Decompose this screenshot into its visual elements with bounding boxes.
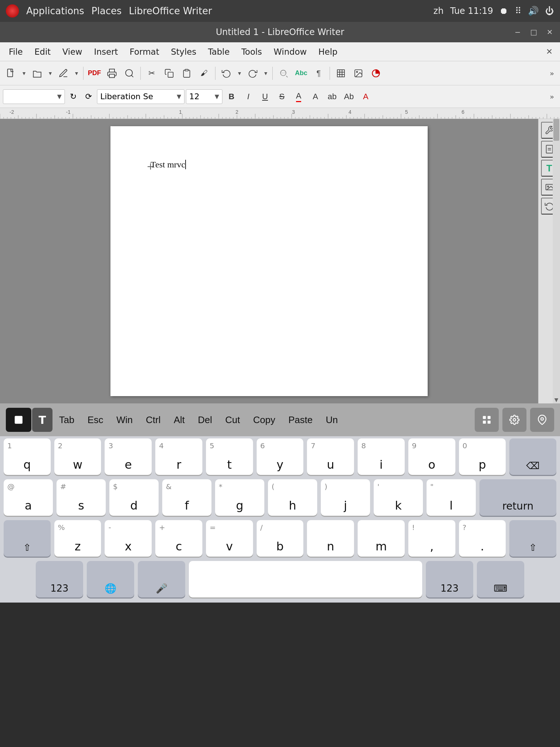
key-n[interactable]: n — [307, 520, 354, 557]
preview-button[interactable] — [121, 65, 137, 81]
style-update-button[interactable]: ⟳ — [82, 90, 96, 104]
table-button[interactable] — [333, 65, 349, 81]
print-button[interactable] — [104, 65, 120, 81]
kb-pin-button[interactable] — [530, 408, 554, 432]
minimize-button[interactable]: − — [512, 26, 524, 38]
font-color-button[interactable]: A — [291, 89, 306, 104]
formatbar-expand-button[interactable]: » — [547, 91, 557, 102]
key-l[interactable]: " l — [427, 479, 476, 516]
network-icon[interactable]: ⠿ — [515, 6, 521, 16]
insert-image-button[interactable] — [350, 65, 366, 81]
paragraph-style-dropdown[interactable]: ▼ — [3, 89, 65, 104]
key-p[interactable]: 0 p — [459, 438, 506, 475]
case-button[interactable]: Ab — [341, 89, 357, 104]
key-return[interactable]: return — [479, 479, 556, 516]
key-b[interactable]: / b — [257, 520, 304, 557]
bg-color-button[interactable]: ab — [324, 89, 340, 104]
chart-button[interactable] — [368, 65, 384, 81]
menu-window[interactable]: Window — [269, 45, 312, 59]
key-f[interactable]: & f — [162, 479, 211, 516]
key-t[interactable]: 5 t — [206, 438, 253, 475]
key-w[interactable]: 2 w — [54, 438, 101, 475]
key-period[interactable]: ? . — [459, 520, 506, 557]
document-content[interactable]: Test mrvc — [151, 160, 186, 170]
key-h[interactable]: ( h — [268, 479, 317, 516]
paste-button[interactable] — [179, 65, 195, 81]
menu-view[interactable]: View — [57, 45, 88, 59]
key-numbers[interactable]: 123 — [36, 561, 83, 597]
kb-black-square-button[interactable] — [6, 408, 31, 432]
record-icon[interactable]: ⏺ — [499, 6, 508, 16]
undo-dropdown-button[interactable]: ▼ — [236, 65, 243, 81]
key-d[interactable]: $ d — [109, 479, 159, 516]
open-dropdown-button[interactable]: ▼ — [47, 65, 54, 81]
menu-format[interactable]: Format — [125, 45, 164, 59]
kb-t-button[interactable]: T — [32, 408, 52, 432]
key-shift-right[interactable]: ⇧ — [509, 520, 556, 557]
menu-insert[interactable]: Insert — [89, 45, 123, 59]
key-j[interactable]: ) j — [321, 479, 370, 516]
key-r[interactable]: 4 r — [155, 438, 202, 475]
key-e[interactable]: 3 e — [105, 438, 152, 475]
redo-button[interactable] — [245, 65, 261, 81]
key-comma[interactable]: ! , — [408, 520, 455, 557]
page-area[interactable]: Test mrvc — [0, 119, 538, 403]
key-x[interactable]: - x — [105, 520, 152, 557]
undo-button[interactable] — [218, 65, 234, 81]
volume-icon[interactable]: 🔊 — [528, 6, 539, 16]
places-menu[interactable]: Places — [92, 5, 122, 16]
pdf-button[interactable]: PDF — [86, 65, 102, 81]
applications-menu[interactable]: Applications — [26, 5, 84, 16]
key-q[interactable]: 1 q — [4, 438, 51, 475]
edit-mode-button[interactable] — [55, 65, 71, 81]
key-u[interactable]: 7 u — [307, 438, 354, 475]
bold-button[interactable]: B — [224, 89, 239, 104]
key-v[interactable]: = v — [206, 520, 253, 557]
key-a[interactable]: @ a — [4, 479, 53, 516]
kb-un-key[interactable]: Un — [319, 408, 345, 432]
app-name-menu[interactable]: LibreOffice Writer — [129, 5, 212, 16]
menu-styles[interactable]: Styles — [166, 45, 202, 59]
key-numbers-right[interactable]: 123 — [426, 561, 473, 597]
kb-ctrl-key[interactable]: Ctrl — [139, 408, 167, 432]
kb-del-key[interactable]: Del — [191, 408, 219, 432]
menu-edit[interactable]: Edit — [30, 45, 56, 59]
maximize-button[interactable]: □ — [528, 26, 540, 38]
strikethrough-button[interactable]: S — [274, 89, 289, 104]
cut-button[interactable]: ✂ — [144, 65, 160, 81]
key-m[interactable]: m — [358, 520, 405, 557]
kb-alt-key[interactable]: Alt — [167, 408, 191, 432]
kb-grid-button[interactable] — [475, 408, 499, 432]
kb-esc-key[interactable]: Esc — [81, 408, 110, 432]
edit-dropdown-button[interactable]: ▼ — [73, 65, 80, 81]
new-dropdown-button[interactable]: ▼ — [20, 65, 28, 81]
toolbar-expand-button[interactable]: » — [547, 67, 557, 79]
key-y[interactable]: 6 y — [257, 438, 304, 475]
copy-toolbar-button[interactable] — [161, 65, 177, 81]
style-refresh-button[interactable]: ↻ — [66, 90, 80, 104]
key-i[interactable]: 8 i — [358, 438, 405, 475]
clone-button[interactable]: 🖌 — [196, 65, 212, 81]
kb-tab-key[interactable]: Tab — [52, 408, 81, 432]
key-shift-left[interactable]: ⇧ — [4, 520, 51, 557]
key-z[interactable]: % z — [54, 520, 101, 557]
menubar-close-button[interactable]: ✕ — [542, 46, 556, 58]
key-globe[interactable]: 🌐 — [87, 561, 134, 597]
find-button[interactable] — [276, 65, 292, 81]
clear-format-button[interactable]: A — [358, 89, 373, 104]
menu-table[interactable]: Table — [203, 45, 234, 59]
key-backspace[interactable]: ⌫ — [509, 438, 556, 475]
new-button[interactable] — [3, 65, 19, 81]
key-s[interactable]: # s — [57, 479, 106, 516]
italic-button[interactable]: I — [241, 89, 256, 104]
underline-button[interactable]: U — [257, 89, 273, 104]
key-keyboard-hide[interactable]: ⌨ — [477, 561, 524, 597]
key-space[interactable] — [189, 561, 422, 597]
menu-file[interactable]: File — [4, 45, 28, 59]
spellcheck-button[interactable]: Abc — [293, 65, 309, 81]
font-name-dropdown[interactable]: Liberation Se ▼ — [97, 89, 184, 104]
power-icon[interactable]: ⏻ — [545, 6, 554, 16]
kb-copy-key[interactable]: Copy — [246, 408, 282, 432]
redo-dropdown-button[interactable]: ▼ — [262, 65, 269, 81]
key-o[interactable]: 9 o — [408, 438, 455, 475]
